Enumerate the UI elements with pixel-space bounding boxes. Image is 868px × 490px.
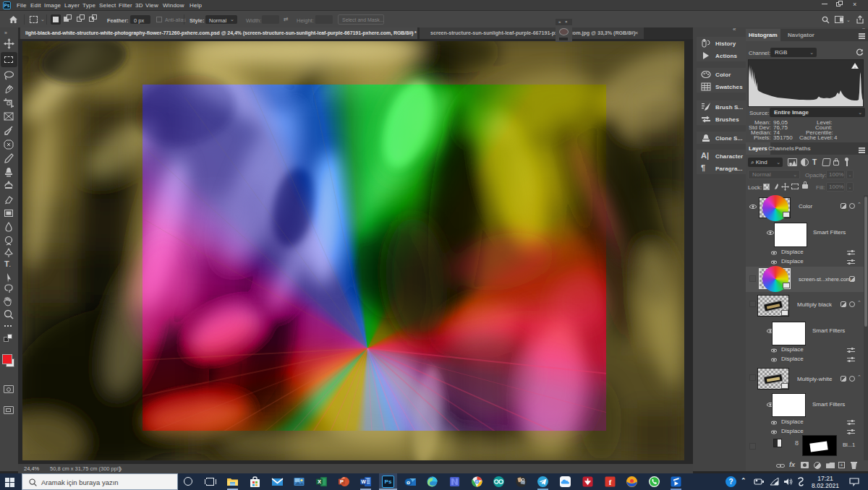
svg-text:o: o [407,479,410,486]
svg-text:f: f [609,478,612,486]
svg-text:W: W [361,479,366,484]
svg-text:X: X [318,478,321,485]
svg-text:P: P [340,478,344,485]
